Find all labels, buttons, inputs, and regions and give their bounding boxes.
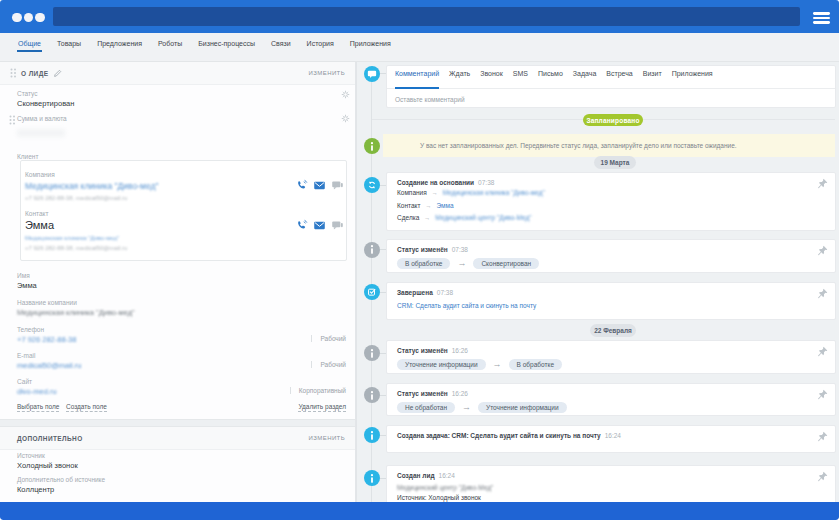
address-bar[interactable] bbox=[53, 7, 800, 26]
comment-bubble-icon bbox=[364, 66, 380, 82]
email-icon[interactable] bbox=[313, 219, 326, 232]
pin-icon[interactable] bbox=[817, 288, 828, 299]
status-change: В обработке→Сконвертирован bbox=[397, 258, 825, 269]
no-planned-notice: У вас нет запланированных дел. Передвинь… bbox=[383, 134, 835, 157]
window-control-dot[interactable] bbox=[12, 13, 22, 23]
status-label: Статус bbox=[17, 90, 38, 97]
menu-icon[interactable] bbox=[813, 12, 830, 24]
tab-obshchie[interactable]: Общие bbox=[18, 33, 41, 61]
tab-istoriya[interactable]: История bbox=[307, 33, 334, 61]
tab-pismo[interactable]: Письмо bbox=[538, 66, 563, 88]
company-contacts: +7 926 282-88-38, medical50@mail.ru bbox=[25, 195, 127, 201]
tab-zadacha[interactable]: Задача bbox=[573, 66, 597, 88]
gear-icon[interactable] bbox=[341, 114, 350, 123]
tab-kommentarij[interactable]: Комментарий bbox=[395, 66, 439, 88]
drag-handle-icon[interactable] bbox=[9, 115, 16, 125]
select-field-link[interactable]: Выбрать поле bbox=[17, 403, 59, 412]
phone-field-label: Телефон bbox=[17, 326, 44, 333]
tab-sms[interactable]: SMS bbox=[513, 66, 528, 88]
company-label: Компания bbox=[25, 171, 55, 178]
tab-roboty[interactable]: Роботы bbox=[158, 33, 182, 61]
card-time: 07:38 bbox=[452, 246, 468, 253]
card-title: Статус изменён07:38 bbox=[397, 246, 825, 254]
deal-ref-link[interactable]: Медицинский центр "Диво-Мед" bbox=[435, 214, 531, 221]
chat-icon[interactable] bbox=[331, 219, 344, 232]
pin-icon[interactable] bbox=[817, 471, 828, 482]
info-icon bbox=[364, 427, 380, 443]
amount-label: Сумма и валюта bbox=[17, 115, 67, 122]
pin-icon[interactable] bbox=[817, 346, 828, 357]
timeline-panel: Комментарий Ждать Звонок SMS Письмо Зада… bbox=[356, 62, 839, 502]
pencil-icon[interactable] bbox=[53, 69, 62, 78]
delete-section-link[interactable]: Удалить раздел bbox=[298, 403, 346, 412]
tab-biznes-processy[interactable]: Бизнес-процессы bbox=[198, 33, 255, 61]
site-type: Корпоративный bbox=[290, 387, 346, 394]
gear-icon[interactable] bbox=[341, 90, 350, 99]
create-field-link[interactable]: Создать поле bbox=[66, 403, 107, 412]
email-icon[interactable] bbox=[313, 179, 326, 192]
card-title: Создан лид16:24 bbox=[397, 472, 825, 480]
name-value: Эмма bbox=[17, 281, 37, 290]
card-title: Завершена07:38 bbox=[397, 289, 825, 297]
contact-ref-link[interactable]: Эмма bbox=[436, 202, 453, 209]
company-name-label: Название компании bbox=[17, 299, 77, 306]
phone-field-value[interactable]: +7 926 282-88-38 bbox=[17, 335, 76, 344]
company-actions bbox=[295, 179, 344, 192]
email-field-value[interactable]: medical50@mail.ru bbox=[17, 361, 81, 370]
contact-contacts: +7 926 282-88-38, medical50@mail.ru bbox=[25, 245, 127, 251]
contact-company-link[interactable]: Медицинская клиника "Диво-мед" bbox=[25, 235, 119, 241]
source-value: Холодный звонок bbox=[17, 461, 78, 470]
window-control-dot[interactable] bbox=[24, 13, 34, 23]
status-pill: Не обработан bbox=[397, 402, 455, 413]
pin-icon[interactable] bbox=[817, 431, 828, 442]
additional-section-header: ДОПОЛНИТЕЛЬНО ИЗМЕНИТЬ bbox=[0, 427, 355, 450]
lead-section-header: О ЛИДЕ ИЗМЕНИТЬ bbox=[0, 62, 355, 85]
task-done-icon bbox=[364, 284, 380, 300]
status-pill: Уточнение информации bbox=[397, 359, 486, 370]
info-icon bbox=[364, 242, 380, 258]
window-control-dot[interactable] bbox=[35, 13, 45, 23]
info-icon bbox=[364, 345, 380, 361]
company-ref-link[interactable]: Медицинская клиника "Диво-мед" bbox=[443, 189, 545, 196]
timeline-card-status: Статус изменён07:38 В обработке→Сконверт… bbox=[386, 239, 836, 273]
source-extra-value: Коллцентр bbox=[17, 485, 54, 494]
tab-prilozheniya[interactable]: Приложения bbox=[350, 33, 391, 61]
chat-icon[interactable] bbox=[331, 179, 344, 192]
amount-value-redacted bbox=[17, 129, 65, 137]
company-link[interactable]: Медицинская клиника "Диво-мед" bbox=[25, 181, 158, 191]
notice-info-icon bbox=[364, 138, 380, 154]
site-field-value[interactable]: divo-med.ru bbox=[17, 387, 57, 396]
additional-edit-link[interactable]: ИЗМЕНИТЬ bbox=[309, 435, 345, 441]
pin-icon[interactable] bbox=[817, 245, 828, 256]
bottom-bar bbox=[0, 502, 839, 520]
section-divider bbox=[0, 419, 355, 427]
tab-vizit[interactable]: Визит bbox=[643, 66, 662, 88]
phone-icon[interactable] bbox=[295, 179, 308, 192]
status-pill: В обработке bbox=[397, 258, 450, 269]
phone-type: Рабочий bbox=[311, 335, 346, 342]
tab-tovary[interactable]: Товары bbox=[57, 33, 81, 61]
tab-vstrecha[interactable]: Встреча bbox=[606, 66, 632, 88]
tab-svyazi[interactable]: Связи bbox=[271, 33, 291, 61]
card-title: Создана задача: CRM: Сделать аудит сайта… bbox=[397, 432, 825, 440]
tab-zhdat[interactable]: Ждать bbox=[449, 66, 470, 88]
comment-input[interactable]: Оставьте комментарий bbox=[387, 89, 835, 110]
pin-icon[interactable] bbox=[817, 178, 828, 189]
phone-icon[interactable] bbox=[295, 219, 308, 232]
source-label: Источник bbox=[17, 452, 45, 459]
pin-icon[interactable] bbox=[817, 389, 828, 400]
entity-tabs: Общие Товары Предложения Роботы Бизнес-п… bbox=[0, 33, 839, 62]
tab-prilozheniya-tl[interactable]: Приложения bbox=[672, 66, 713, 88]
tab-predlozheniya[interactable]: Предложения bbox=[97, 33, 142, 61]
drag-handle-icon[interactable] bbox=[10, 68, 17, 78]
card-time: 16:24 bbox=[605, 432, 621, 439]
task-link[interactable]: CRM: Сделать аудит сайта и скинуть на по… bbox=[397, 302, 825, 309]
tab-zvonok[interactable]: Звонок bbox=[480, 66, 503, 88]
change-row: Компания→Медицинская клиника "Диво-мед" bbox=[397, 187, 825, 200]
lead-edit-link[interactable]: ИЗМЕНИТЬ bbox=[309, 70, 345, 76]
planned-badge[interactable]: Запланировано bbox=[583, 114, 643, 126]
card-title: Статус изменён16:26 bbox=[397, 347, 825, 355]
contact-link[interactable]: Эмма bbox=[25, 219, 54, 231]
status-value[interactable]: Сконвертирован bbox=[17, 99, 74, 108]
card-title: Создание на основании07:38 bbox=[397, 179, 825, 187]
